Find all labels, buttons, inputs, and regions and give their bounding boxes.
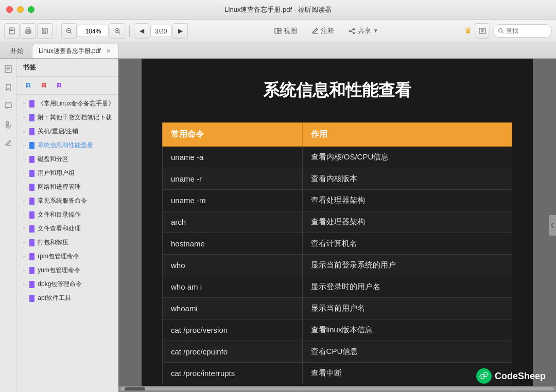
sidebar-item[interactable]: ···系统信息和性能查看	[16, 138, 118, 152]
sidebar-item[interactable]: ···网络和进程管理	[16, 180, 118, 194]
svg-point-21	[349, 30, 351, 32]
sidebar-item-label: 磁盘和分区	[38, 155, 68, 164]
cmd-cell: cat /proc/interrupts	[163, 363, 303, 384]
page-info[interactable]: 3/20	[150, 25, 171, 37]
next-page-button[interactable]: ▶	[172, 23, 188, 39]
codesheep-name: CodeSheep	[495, 371, 533, 382]
sidebar-item[interactable]: ···磁盘和分区	[16, 152, 118, 166]
svg-point-46	[486, 374, 487, 375]
sidebar-item[interactable]: ···用户和用户组	[16, 166, 118, 180]
sidebar-item[interactable]: ···关机/重启/注销	[16, 124, 118, 138]
sidebar-item-label: 文件查看和处理	[38, 224, 81, 233]
zoom-value[interactable]: 104%	[78, 25, 109, 37]
page-navigation: ◀ 3/20 ▶	[134, 23, 188, 39]
pdf-area: 系统信息和性能查看 常用命令 作用 uname -a查看内核/OS/CPU信息u…	[118, 59, 556, 392]
minimize-button[interactable]	[17, 6, 24, 13]
annotate-button[interactable]: 注释	[307, 24, 338, 38]
sidebar-item[interactable]: ···《常用Linux命令备忘手册》	[16, 97, 118, 111]
sidebar-collapse-handle[interactable]	[549, 215, 556, 236]
traffic-lights	[6, 6, 34, 13]
svg-point-42	[481, 376, 482, 377]
cmd-cell: hostname	[163, 233, 303, 255]
table-row: cat /proc/interrupts查看中断	[163, 363, 512, 384]
bookmark-flag-icon	[29, 156, 34, 163]
maximize-button[interactable]	[28, 6, 34, 13]
bookmark-flag-icon	[29, 170, 34, 177]
prev-page-button[interactable]: ◀	[134, 23, 149, 39]
main-area: 书签 ···《常用Linux命令备忘手册》···附：其他干货文档笔记下载···关…	[0, 59, 556, 392]
toc-button[interactable]	[475, 23, 490, 39]
desc-cell: 显示登录时的用户名	[302, 276, 512, 298]
desc-cell: 查看linux版本信息	[302, 319, 512, 341]
bookmark-flag-icon	[29, 198, 34, 205]
sidebar-item-label: 关机/重启/注销	[38, 127, 78, 136]
sidebar-item[interactable]: ···常见系统服务命令	[16, 194, 118, 208]
combined-sidebar: 书签 ···《常用Linux命令备忘手册》···附：其他干货文档笔记下载···关…	[0, 59, 118, 392]
zoom-in-button[interactable]	[110, 23, 125, 39]
sidebar-dots: ···	[23, 129, 25, 134]
sidebar-dots: ···	[23, 240, 25, 245]
sidebar-item[interactable]: ···apt软件工具	[16, 291, 118, 305]
cmd-cell: whoami	[163, 298, 303, 319]
close-button[interactable]	[6, 6, 13, 13]
view-button[interactable]: 视图	[270, 24, 301, 38]
bookmark-add-button[interactable]	[23, 80, 34, 91]
bookmark-flag-icon	[29, 211, 34, 219]
sidebar-icon-page[interactable]	[2, 63, 14, 75]
sidebar-item-label: 附：其他干货文档笔记下载	[38, 113, 112, 122]
save-button[interactable]	[37, 23, 53, 39]
svg-rect-17	[278, 28, 281, 31]
table-row: uname -r查看内核版本	[163, 168, 512, 190]
table-row: hostname查看计算机名	[163, 233, 512, 255]
svg-line-23	[351, 29, 353, 30]
new-button[interactable]	[4, 23, 20, 39]
bookmark-flag-icon	[29, 281, 34, 288]
sidebar-item-label: 文件和目录操作	[38, 210, 81, 219]
cmd-cell: who	[163, 255, 303, 276]
sidebar-icon-attach[interactable]	[2, 118, 14, 131]
bookmark-tag-button[interactable]	[54, 80, 65, 91]
toolbar: 104% ◀ 3/20 ▶ 视图 注释 共享 ▼ ♛	[0, 20, 556, 42]
sidebar-header: 书签	[16, 59, 118, 77]
sidebar-item[interactable]: ···yum包管理命令	[16, 263, 118, 277]
bookmark-remove-button[interactable]	[38, 80, 49, 91]
tab-close-button[interactable]: ✕	[105, 48, 112, 55]
sidebar-item[interactable]: ···附：其他干货文档笔记下载	[16, 111, 118, 124]
sidebar-item[interactable]: ···dpkg包管理命令	[16, 277, 118, 291]
svg-point-40	[59, 84, 60, 86]
cmd-cell: uname -a	[163, 147, 303, 168]
annotate-label: 注释	[321, 26, 334, 35]
sidebar-item[interactable]: ···rpm包管理命令	[16, 250, 118, 263]
sidebar-icon-comment[interactable]	[2, 100, 14, 112]
bookmark-flag-icon	[29, 184, 34, 191]
sidebar-item[interactable]: ···文件和目录操作	[16, 208, 118, 222]
sidebar-item[interactable]: ···打包和解压	[16, 236, 118, 250]
scrollbar-thumb[interactable]	[125, 387, 145, 390]
pdf-scrollbar[interactable]	[118, 386, 556, 392]
sidebar-icon-bookmark[interactable]	[2, 81, 14, 94]
tab-pdf-label: Linux速查备忘手册.pdf	[39, 47, 101, 56]
sidebar-dots: ···	[23, 101, 25, 106]
share-label: 共享	[358, 26, 371, 35]
sidebar-item[interactable]: ···文件查看和处理	[16, 222, 118, 236]
search-box[interactable]	[493, 24, 552, 38]
print-button[interactable]	[21, 23, 36, 39]
bookmark-flag-icon	[29, 253, 34, 260]
zoom-out-button[interactable]	[61, 23, 77, 39]
desc-cell: 显示当前用户名	[302, 298, 512, 319]
sidebar-item-label: rpm包管理命令	[38, 252, 79, 261]
svg-point-20	[353, 28, 355, 30]
search-input[interactable]	[506, 27, 547, 34]
tab-pdf[interactable]: Linux速查备忘手册.pdf ✕	[32, 44, 119, 58]
tab-start[interactable]: 开始	[4, 44, 30, 58]
svg-rect-35	[5, 103, 11, 108]
sidebar-dots: ···	[23, 170, 25, 176]
share-button[interactable]: 共享 ▼	[344, 24, 383, 38]
svg-point-43	[483, 376, 484, 377]
sep1	[57, 25, 57, 37]
sidebar-dots: ···	[23, 156, 25, 162]
sidebar-dots: ···	[23, 295, 25, 301]
bookmark-flag-icon	[29, 225, 34, 233]
sidebar-dots: ···	[23, 115, 25, 120]
sidebar-icon-edit[interactable]	[2, 137, 14, 149]
